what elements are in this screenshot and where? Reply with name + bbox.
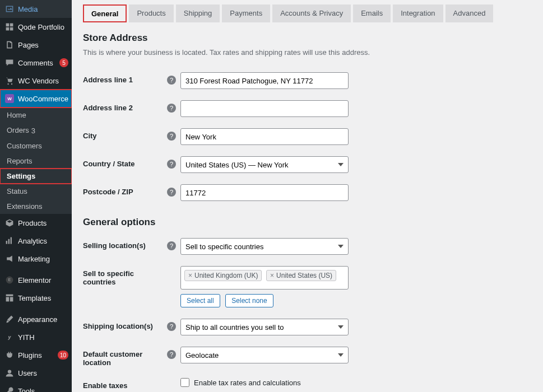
svg-rect-7 — [8, 239, 10, 244]
country-label: Country / State — [83, 156, 167, 168]
country-select[interactable]: United States (US) — New York — [180, 156, 349, 173]
close-icon[interactable]: × — [270, 272, 274, 279]
comment-icon — [4, 58, 15, 68]
city-input[interactable] — [180, 128, 349, 145]
elementor-icon: E — [4, 275, 15, 285]
sidebar-item-templates[interactable]: Templates — [0, 289, 72, 307]
svg-rect-11 — [6, 295, 13, 296]
sell-countries-multiselect[interactable]: ×United Kingdom (UK) ×United States (US) — [180, 266, 349, 290]
sidebar-item-marketing[interactable]: Marketing — [0, 250, 72, 268]
sidebar-item-qode-portfolio[interactable]: Qode Portfolio — [0, 18, 72, 36]
tab-emails[interactable]: Emails — [353, 4, 391, 22]
submenu-reports[interactable]: Reports — [0, 153, 72, 169]
woocommerce-submenu: Home Orders3 Customers Reports Settings … — [0, 108, 72, 214]
country-chip: ×United States (US) — [266, 270, 336, 281]
svg-rect-2 — [6, 27, 10, 31]
customer-location-label: Default customer location — [83, 347, 167, 367]
sidebar-item-tools[interactable]: Tools — [0, 382, 72, 392]
sidebar-item-analytics[interactable]: Analytics — [0, 232, 72, 250]
sidebar-item-yith[interactable]: y YITH — [0, 328, 72, 346]
media-icon — [4, 4, 15, 14]
templates-icon — [4, 293, 15, 303]
admin-sidebar: Media Qode Portfolio Pages Comments 5 WC… — [0, 0, 72, 392]
help-icon[interactable]: ? — [167, 241, 176, 250]
help-icon[interactable]: ? — [167, 188, 176, 197]
tab-integration[interactable]: Integration — [393, 4, 443, 22]
section-store-address-title: Store Address — [83, 32, 532, 44]
tab-accounts-privacy[interactable]: Accounts & Privacy — [272, 4, 351, 22]
sidebar-item-elementor[interactable]: E Elementor — [0, 271, 72, 289]
tab-shipping[interactable]: Shipping — [176, 4, 220, 22]
sidebar-item-comments[interactable]: Comments 5 — [0, 54, 72, 72]
sidebar-item-woocommerce[interactable]: W WooCommerce ◂ — [0, 90, 72, 108]
user-icon — [4, 368, 15, 378]
settings-tabs: General Products Shipping Payments Accou… — [83, 4, 532, 22]
submenu-orders[interactable]: Orders3 — [0, 123, 72, 138]
sidebar-item-pages[interactable]: Pages — [0, 36, 72, 54]
chart-icon — [4, 236, 15, 246]
woo-icon: W — [4, 94, 15, 104]
customer-location-select[interactable]: Geolocate — [180, 347, 349, 363]
svg-text:y: y — [8, 334, 12, 340]
orders-badge: 3 — [31, 127, 35, 135]
submenu-extensions[interactable]: Extensions — [0, 199, 72, 214]
svg-text:E: E — [8, 278, 11, 282]
tab-products[interactable]: Products — [129, 4, 173, 22]
sidebar-item-appearance[interactable]: Appearance — [0, 310, 72, 328]
submenu-customers[interactable]: Customers — [0, 138, 72, 153]
selling-location-select[interactable]: Sell to specific countries — [180, 238, 349, 255]
select-none-button[interactable]: Select none — [225, 294, 273, 307]
address2-label: Address line 2 — [83, 100, 167, 112]
svg-rect-8 — [11, 237, 12, 244]
sidebar-item-users[interactable]: Users — [0, 364, 72, 382]
city-label: City — [83, 128, 167, 140]
grid-icon — [4, 22, 15, 32]
section-store-address-desc: This is where your business is located. … — [83, 48, 532, 57]
shipping-location-label: Shipping location(s) — [83, 319, 167, 330]
tab-advanced[interactable]: Advanced — [445, 4, 494, 22]
country-chip: ×United Kingdom (UK) — [184, 270, 262, 281]
selling-location-label: Selling location(s) — [83, 238, 167, 250]
help-icon[interactable]: ? — [167, 160, 176, 169]
zip-label: Postcode / ZIP — [83, 184, 167, 196]
submenu-settings[interactable]: Settings — [0, 169, 72, 184]
sidebar-item-products[interactable]: Products — [0, 214, 72, 232]
svg-rect-1 — [10, 24, 13, 27]
shipping-location-select[interactable]: Ship to all countries you sell to — [180, 319, 349, 335]
address1-label: Address line 1 — [83, 72, 167, 84]
enable-taxes-checkbox[interactable] — [180, 378, 189, 387]
page-icon — [4, 40, 15, 50]
sidebar-item-media[interactable]: Media — [0, 0, 72, 18]
close-icon[interactable]: × — [188, 272, 192, 279]
svg-rect-12 — [6, 297, 10, 301]
help-icon[interactable]: ? — [167, 104, 176, 113]
box-icon — [4, 218, 15, 228]
enable-taxes-cb-label: Enable tax rates and calculations — [194, 379, 301, 387]
help-icon[interactable]: ? — [167, 132, 176, 141]
enable-taxes-label: Enable taxes — [83, 378, 167, 390]
submenu-status[interactable]: Status — [0, 184, 72, 199]
settings-content: General Products Shipping Payments Accou… — [72, 0, 543, 392]
sidebar-item-plugins[interactable]: Plugins 10 — [0, 346, 72, 364]
tab-payments[interactable]: Payments — [222, 4, 270, 22]
svg-text:W: W — [7, 96, 12, 101]
sell-countries-label: Sell to specific countries — [83, 266, 167, 286]
plugin-icon — [4, 350, 15, 360]
tab-general[interactable]: General — [83, 4, 127, 22]
wrench-icon — [4, 386, 15, 392]
plugins-badge: 10 — [58, 351, 68, 360]
megaphone-icon — [4, 254, 15, 264]
svg-rect-13 — [10, 297, 13, 301]
select-all-button[interactable]: Select all — [180, 294, 220, 307]
svg-point-15 — [8, 370, 11, 373]
sidebar-item-wc-vendors[interactable]: WC Vendors — [0, 72, 72, 90]
help-icon[interactable]: ? — [167, 76, 176, 85]
submenu-home[interactable]: Home — [0, 108, 72, 123]
address2-input[interactable] — [180, 100, 349, 117]
section-general-options-title: General options — [83, 217, 532, 228]
zip-input[interactable] — [180, 184, 349, 201]
help-icon[interactable]: ? — [167, 322, 176, 331]
address1-input[interactable] — [180, 72, 349, 89]
comments-badge: 5 — [59, 58, 68, 67]
help-icon[interactable]: ? — [167, 350, 176, 359]
